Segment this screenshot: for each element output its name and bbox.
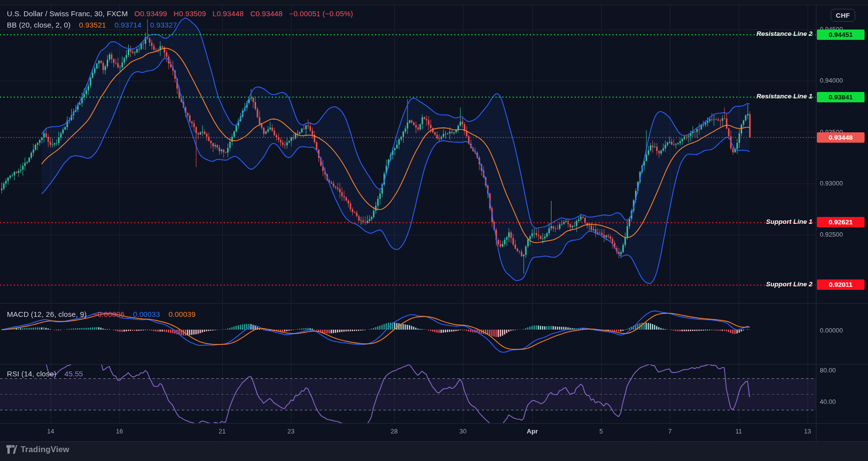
- chart-canvas[interactable]: [0, 0, 868, 461]
- tradingview-logo-text: TradingView: [21, 445, 69, 454]
- tradingview-chart-window: U.S. Dollar / Swiss Franc, 30, FXCM O0.9…: [0, 0, 868, 461]
- tradingview-logo-icon: [6, 444, 17, 455]
- price-scale[interactable]: [816, 5, 868, 441]
- tradingview-logo[interactable]: TradingView: [6, 444, 69, 455]
- time-scale[interactable]: [0, 424, 816, 441]
- top-toolbar-clipped: [0, 0, 868, 5]
